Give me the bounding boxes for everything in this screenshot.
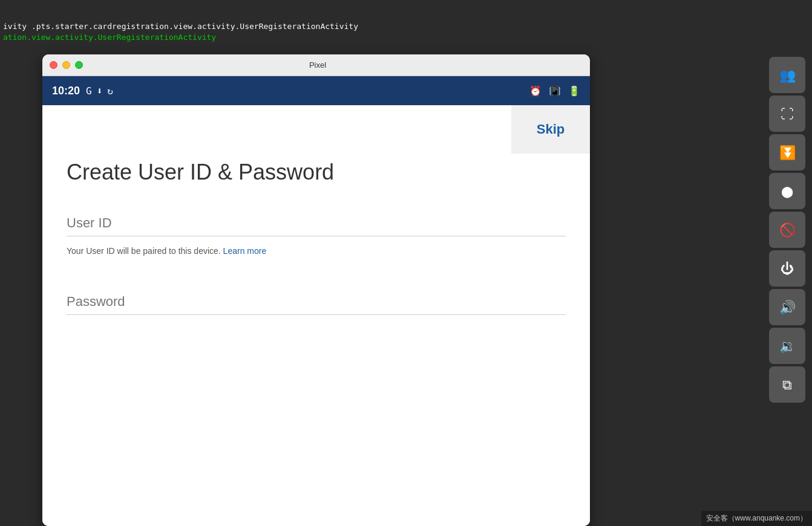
- download-icon: ⬇: [97, 85, 103, 97]
- terminal-line-2: ation.view.activity.UserRegisterationAct…: [3, 32, 809, 43]
- password-field-group: [67, 294, 566, 315]
- skip-area: Skip: [511, 105, 590, 154]
- chevron-double-down-icon: ⏬: [779, 145, 796, 160]
- eye-slash-icon: 🚫: [779, 222, 796, 238]
- users-tool-button[interactable]: 👥: [769, 57, 805, 93]
- record-tool-button[interactable]: ⬤: [769, 173, 805, 209]
- users-icon: 👥: [779, 68, 796, 83]
- vibrate-icon: 📳: [549, 85, 561, 97]
- minimize-button[interactable]: [62, 61, 70, 69]
- watermark: 安全客（www.anquanke.com）: [701, 511, 812, 526]
- window-title: Pixel: [83, 60, 552, 70]
- close-button[interactable]: [50, 61, 57, 69]
- volume-down-tool-button[interactable]: 🔉: [769, 328, 805, 364]
- status-icons-left: G ⬇ ↻: [86, 85, 113, 97]
- scroll-down-tool-button[interactable]: ⏬: [769, 134, 805, 170]
- user-id-hint: Your User ID will be paired to this devi…: [67, 245, 566, 258]
- copy-icon: ⧉: [782, 377, 792, 392]
- status-icons-right: ⏰ 📳 🔋: [529, 85, 580, 97]
- volume-up-tool-button[interactable]: 🔊: [769, 289, 805, 325]
- record-icon: ⬤: [781, 185, 793, 198]
- skip-button[interactable]: Skip: [537, 122, 565, 137]
- volume-down-icon: 🔉: [779, 339, 796, 354]
- learn-more-link[interactable]: Learn more: [223, 246, 267, 256]
- user-id-field-group: Your User ID will be paired to this devi…: [67, 215, 566, 258]
- eye-slash-tool-button[interactable]: 🚫: [769, 212, 805, 248]
- phone-window: Pixel 10:20 G ⬇ ↻ ⏰ 📳 🔋 Skip Create User…: [42, 54, 590, 526]
- copy-tool-button[interactable]: ⧉: [769, 366, 805, 403]
- window-title-bar: Pixel: [42, 54, 590, 76]
- expand-tool-button[interactable]: ⛶: [769, 96, 805, 132]
- volume-up-icon: 🔊: [779, 300, 796, 315]
- status-bar: 10:20 G ⬇ ↻ ⏰ 📳 🔋: [42, 76, 590, 105]
- battery-icon: 🔋: [568, 85, 580, 97]
- user-id-input[interactable]: [67, 215, 566, 231]
- maximize-button[interactable]: [75, 61, 83, 69]
- sidebar-tools: 👥 ⛶ ⏬ ⬤ 🚫 ⏻ 🔊 🔉 ⧉: [767, 54, 812, 405]
- terminal-line-1: ivity .pts.starter.cardregistration.view…: [3, 21, 809, 32]
- power-tool-button[interactable]: ⏻: [769, 250, 805, 287]
- status-bar-left: 10:20 G ⬇ ↻: [52, 85, 113, 97]
- sync-icon: ↻: [107, 85, 113, 97]
- alarm-icon: ⏰: [529, 85, 542, 97]
- page-title: Create User ID & Password: [67, 160, 566, 185]
- expand-icon: ⛶: [781, 106, 794, 122]
- power-icon: ⏻: [781, 261, 794, 276]
- form-content: Create User ID & Password Your User ID w…: [42, 105, 590, 315]
- user-id-underline: [67, 236, 566, 236]
- status-time: 10:20: [52, 85, 80, 97]
- window-controls: [50, 61, 83, 69]
- google-icon: G: [86, 85, 92, 97]
- password-underline: [67, 314, 566, 315]
- password-input[interactable]: [67, 294, 566, 310]
- phone-content: Skip Create User ID & Password Your User…: [42, 105, 590, 526]
